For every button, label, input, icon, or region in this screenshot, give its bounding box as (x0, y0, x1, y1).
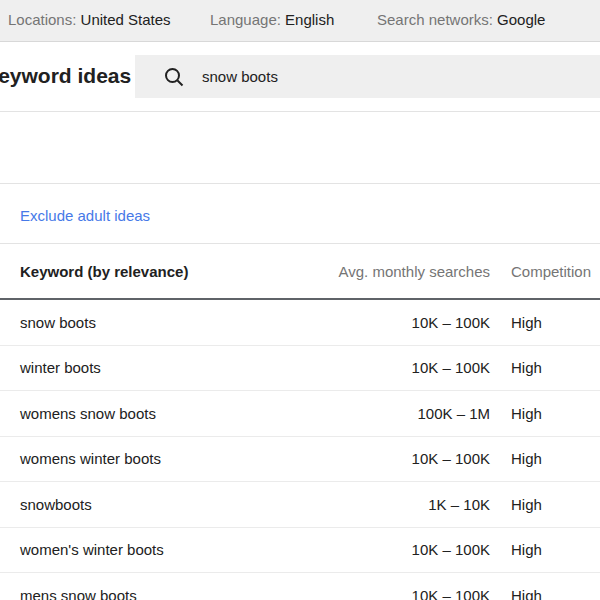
keyword-search-box[interactable]: snow boots (135, 55, 600, 98)
avg-monthly-searches-cell: 100K – 1M (320, 405, 490, 422)
table-row[interactable]: mens snow boots 10K – 100K High (0, 573, 600, 600)
table-row[interactable]: winter boots 10K – 100K High (0, 346, 600, 392)
avg-monthly-searches-cell: 10K – 100K (320, 587, 490, 600)
competition-cell: High (490, 450, 600, 467)
competition-cell: High (490, 405, 600, 422)
search-networks-label: Search networks: (377, 11, 493, 28)
avg-monthly-searches-cell: 10K – 100K (320, 314, 490, 331)
keyword-cell[interactable]: womens snow boots (20, 405, 320, 422)
avg-monthly-searches-cell: 10K – 100K (320, 359, 490, 376)
table-row[interactable]: womens snow boots 100K – 1M High (0, 391, 600, 437)
keyword-cell[interactable]: snow boots (20, 314, 320, 331)
table-header-row: Keyword (by relevance) Avg. monthly sear… (0, 243, 600, 300)
keyword-cell[interactable]: womens winter boots (20, 450, 320, 467)
competition-cell: High (490, 541, 600, 558)
locations-value: United States (81, 11, 171, 28)
competition-cell: High (490, 587, 600, 600)
search-query-text[interactable]: snow boots (202, 68, 278, 85)
exclude-adult-ideas-link[interactable]: Exclude adult ideas (20, 207, 150, 224)
table-row[interactable]: snow boots 10K – 100K High (0, 300, 600, 346)
language-label: Language: (210, 11, 281, 28)
avg-monthly-searches-cell: 10K – 100K (320, 450, 490, 467)
page-title: Keyword ideas (0, 62, 131, 90)
settings-topbar: Locations: United States Language: Engli… (0, 0, 600, 42)
keyword-cell[interactable]: mens snow boots (20, 587, 320, 600)
competition-cell: High (490, 496, 600, 513)
avg-monthly-searches-cell: 10K – 100K (320, 541, 490, 558)
keyword-cell[interactable]: women's winter boots (20, 541, 320, 558)
keyword-cell[interactable]: winter boots (20, 359, 320, 376)
page-header: Keyword ideas snow boots (0, 42, 600, 112)
column-header-competition[interactable]: Competition (490, 263, 600, 280)
keyword-planner-screen: Locations: United States Language: Engli… (0, 0, 600, 600)
table-row[interactable]: snowboots 1K – 10K High (0, 482, 600, 528)
column-header-keyword[interactable]: Keyword (by relevance) (20, 263, 320, 280)
keyword-cell[interactable]: snowboots (20, 496, 320, 513)
column-header-avg-monthly-searches[interactable]: Avg. monthly searches (320, 263, 490, 280)
table-row[interactable]: womens winter boots 10K – 100K High (0, 437, 600, 483)
filter-row: Exclude adult ideas (0, 184, 600, 243)
language-value: English (285, 11, 334, 28)
search-networks-value: Google (497, 11, 545, 28)
search-networks-setting[interactable]: Search networks: Google (377, 11, 545, 28)
table-body: snow boots 10K – 100K High winter boots … (0, 300, 600, 600)
competition-cell: High (490, 359, 600, 376)
keyword-ideas-table: Keyword (by relevance) Avg. monthly sear… (0, 243, 600, 600)
chart-collapsed-band (0, 112, 600, 184)
table-row[interactable]: women's winter boots 10K – 100K High (0, 528, 600, 574)
avg-monthly-searches-cell: 1K – 10K (320, 496, 490, 513)
language-setting[interactable]: Language: English (210, 11, 334, 28)
competition-cell: High (490, 314, 600, 331)
locations-setting[interactable]: Locations: United States (8, 11, 171, 28)
search-icon (163, 66, 185, 88)
locations-label: Locations: (8, 11, 76, 28)
